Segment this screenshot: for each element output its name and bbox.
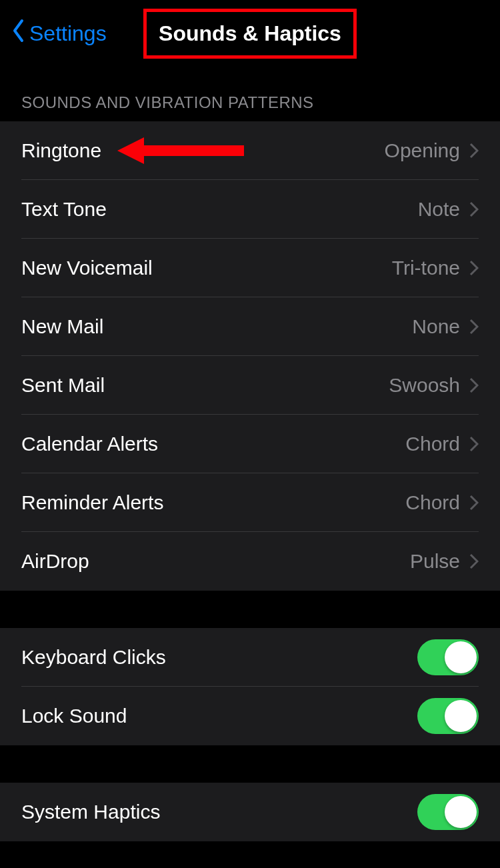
- row-label: AirDrop: [21, 550, 89, 573]
- section-header-sounds: SOUNDS AND VIBRATION PATTERNS: [0, 67, 500, 121]
- sound-row[interactable]: Sent MailSwoosh: [0, 356, 500, 415]
- arrow-annotation-icon: [117, 136, 244, 165]
- row-label: Sent Mail: [21, 374, 105, 397]
- nav-bar: Settings Sounds & Haptics: [0, 0, 500, 67]
- chevron-right-icon: [469, 495, 479, 511]
- sound-row[interactable]: AirDropPulse: [0, 532, 500, 591]
- back-button[interactable]: Settings: [12, 0, 107, 67]
- row-label: Calendar Alerts: [21, 433, 158, 455]
- chevron-right-icon: [469, 436, 479, 452]
- row-value: Tri-tone: [392, 257, 460, 279]
- row-value: Opening: [385, 139, 460, 162]
- page-title: Sounds & Haptics: [147, 12, 353, 55]
- row-value: None: [412, 315, 460, 338]
- toggle-switch[interactable]: [417, 639, 479, 675]
- sound-row[interactable]: New MailNone: [0, 297, 500, 356]
- row-value: Pulse: [410, 550, 460, 573]
- row-label: Text Tone: [21, 198, 107, 221]
- row-value: Note: [418, 198, 460, 221]
- toggle-switch[interactable]: [417, 698, 479, 734]
- row-label: Ringtone: [21, 139, 101, 162]
- row-value: Chord: [405, 491, 460, 514]
- row-label: Lock Sound: [21, 705, 127, 727]
- row-label: New Voicemail: [21, 257, 153, 279]
- sound-row[interactable]: RingtoneOpening: [0, 121, 500, 180]
- chevron-right-icon: [469, 319, 479, 335]
- row-label: System Haptics: [21, 801, 160, 823]
- chevron-left-icon: [12, 19, 25, 48]
- chevron-right-icon: [469, 260, 479, 276]
- sound-row[interactable]: New VoicemailTri-tone: [0, 239, 500, 297]
- chevron-right-icon: [469, 553, 479, 569]
- sound-row[interactable]: Calendar AlertsChord: [0, 415, 500, 473]
- chevron-right-icon: [469, 377, 479, 393]
- row-label: Reminder Alerts: [21, 491, 163, 514]
- row-label: New Mail: [21, 315, 103, 338]
- toggle-rows-group-1: Keyboard ClicksLock Sound: [0, 628, 500, 745]
- row-value: Swoosh: [389, 374, 460, 397]
- row-value: Chord: [405, 433, 460, 455]
- chevron-right-icon: [469, 201, 479, 217]
- toggle-switch[interactable]: [417, 794, 479, 830]
- back-label: Settings: [29, 21, 107, 46]
- toggle-row: Lock Sound: [0, 687, 500, 745]
- toggle-rows-group-2: System Haptics: [0, 783, 500, 841]
- row-label: Keyboard Clicks: [21, 646, 166, 669]
- toggle-row: System Haptics: [0, 783, 500, 841]
- group-spacer: [0, 745, 500, 783]
- toggle-row: Keyboard Clicks: [0, 628, 500, 687]
- title-annotation-box: Sounds & Haptics: [143, 9, 357, 59]
- sound-row[interactable]: Reminder AlertsChord: [0, 473, 500, 532]
- sound-rows-group: RingtoneOpeningText ToneNoteNew Voicemai…: [0, 121, 500, 591]
- sound-row[interactable]: Text ToneNote: [0, 180, 500, 239]
- chevron-right-icon: [469, 143, 479, 159]
- group-spacer: [0, 591, 500, 628]
